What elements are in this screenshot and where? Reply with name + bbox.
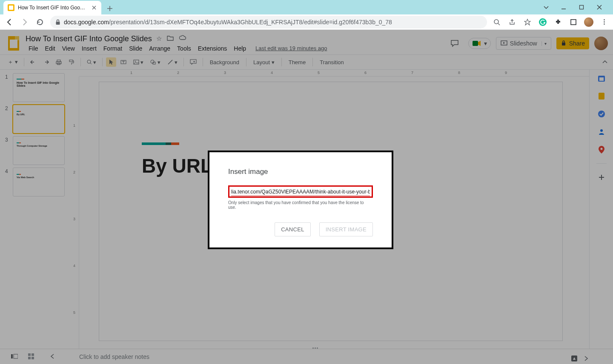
bookmark-star-icon[interactable] [523,17,532,27]
browser-tab-bar: How To Insert GIF Into Google Sl [0,0,613,14]
image-url-input[interactable] [231,188,370,196]
svg-rect-0 [580,6,584,9]
browser-menu-icon[interactable] [599,17,609,27]
browser-toolbar: docs.google.com/presentation/d/13sm-dXeM… [0,14,613,30]
close-window-icon[interactable] [597,5,607,10]
tab-title: How To Insert GIF Into Google Sl [18,5,88,11]
url-domain: docs.google.com/presentation/d/13sm-dXeM… [64,19,392,26]
dialog-title: Insert image [228,168,373,176]
browser-tab[interactable]: How To Insert GIF Into Google Sl [3,1,101,14]
forward-icon[interactable] [20,17,30,27]
address-bar[interactable]: docs.google.com/presentation/d/13sm-dXeM… [50,16,487,28]
svg-point-2 [494,20,498,24]
browser-avatar[interactable] [584,17,593,27]
zoom-icon[interactable] [492,17,501,27]
close-tab-icon[interactable] [91,5,97,11]
maximize-icon[interactable] [579,5,589,10]
insert-image-dialog: Insert image Only select images that you… [208,151,393,249]
browser-action-icons [492,17,609,27]
svg-rect-4 [571,20,576,25]
svg-rect-1 [56,22,60,25]
share-url-icon[interactable] [507,17,517,27]
dialog-hint-text: Only select images that you have confirm… [228,200,373,210]
url-field-highlight [228,185,373,198]
extensions-icon[interactable] [553,17,563,27]
cancel-button[interactable]: CANCEL [275,222,311,236]
slides-favicon [8,4,14,11]
new-tab-button[interactable] [104,3,116,14]
extension-grammarly-icon[interactable] [538,17,547,27]
lock-icon [55,19,60,25]
insert-image-button[interactable]: INSERT IMAGE [319,222,373,236]
back-icon[interactable] [4,17,14,27]
reload-icon[interactable] [35,17,45,27]
chevron-down-icon[interactable] [543,4,553,10]
tabs-icon[interactable] [569,17,578,27]
window-controls [543,0,613,14]
svg-point-3 [539,18,547,26]
minimize-icon[interactable] [561,5,571,10]
